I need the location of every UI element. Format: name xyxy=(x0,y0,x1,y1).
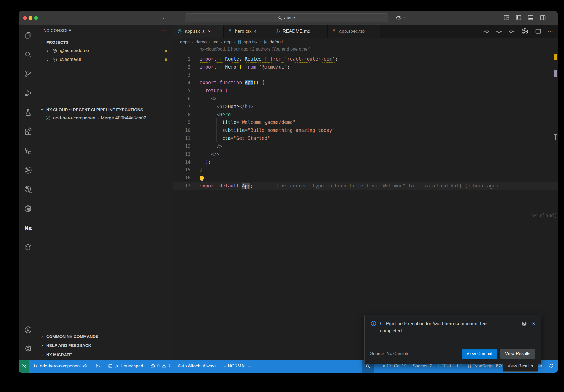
problems-item[interactable]: 0 7 xyxy=(150,364,171,369)
eol-item[interactable]: LF xyxy=(457,364,462,369)
copilot-menu-button[interactable]: › xyxy=(395,14,404,21)
section-help-and-feedback[interactable]: › HELP AND FEEDBACK xyxy=(37,341,173,350)
nx-cloud-inspect-icon[interactable] xyxy=(19,181,37,198)
tab-app-spec-tsx[interactable]: app.spec.tsx xyxy=(328,25,380,38)
tab-hero-tsx[interactable]: hero.tsx 4 xyxy=(224,25,271,38)
code-line-12[interactable]: 12/> xyxy=(173,142,558,150)
chevron-right-icon: › xyxy=(40,352,44,358)
code-line-17[interactable]: 17export default App; fix: correct typo … xyxy=(173,182,558,190)
code-line-4[interactable]: 4export function App() { xyxy=(173,79,558,87)
breadcrumb-item[interactable]: default xyxy=(270,40,283,45)
titlebar: ← → acme › xyxy=(19,11,558,25)
branch-icon xyxy=(33,364,38,369)
indentation-item[interactable]: Spaces: 2 xyxy=(413,364,432,369)
overview-ruler[interactable] xyxy=(553,25,558,360)
indent-guide xyxy=(211,111,211,119)
minimize-window-button[interactable] xyxy=(29,16,32,20)
split-editor-icon[interactable] xyxy=(535,28,541,35)
indent-guide xyxy=(205,111,205,119)
vim-mode-item[interactable]: -- NORMAL -- xyxy=(224,364,251,369)
notification-settings-gear-icon[interactable] xyxy=(521,321,527,327)
indent-guide xyxy=(200,158,200,166)
more-actions-icon[interactable]: ··· xyxy=(547,29,553,34)
code-line-10[interactable]: 10subtitle="Build something amazing toda… xyxy=(173,126,558,134)
encoding-item[interactable]: UTF-8 xyxy=(438,364,451,369)
breadcrumb-item[interactable]: app.tsx xyxy=(243,40,258,45)
toggle-primary-sidebar-icon[interactable] xyxy=(515,14,522,21)
remote-indicator[interactable] xyxy=(19,360,29,373)
code-area[interactable]: 1import { Route, Routes } from 'react-ro… xyxy=(173,55,558,360)
lightbulb-icon[interactable] xyxy=(200,176,204,180)
view-results-button[interactable]: View Results xyxy=(500,349,535,359)
nav-point-icon[interactable] xyxy=(496,28,502,35)
projects-section-header[interactable]: › PROJECTS xyxy=(37,38,173,46)
git-blame-annotation[interactable]: nx-cloud[bot], 1 hour ago | 2 authors (Y… xyxy=(200,47,310,52)
history-back-button[interactable]: ← xyxy=(161,14,169,21)
nav-forward-icon[interactable] xyxy=(508,28,515,35)
nx-projects-icon[interactable] xyxy=(19,143,37,159)
run-debug-icon[interactable] xyxy=(19,85,37,101)
auto-attach-item[interactable]: Auto Attach: Always xyxy=(178,364,217,369)
settings-gear-icon[interactable] xyxy=(19,340,37,357)
history-forward-button[interactable]: → xyxy=(172,14,180,21)
code-line-13[interactable]: 13</> xyxy=(173,150,558,158)
command-center-search[interactable]: acme xyxy=(185,13,388,22)
chevron-right-icon: › xyxy=(40,334,44,339)
zoom-window-button[interactable] xyxy=(34,16,38,20)
container-tools-icon[interactable] xyxy=(19,239,37,255)
code-line-2[interactable]: 2import { Hero } from '@acme/ui'; xyxy=(173,63,558,71)
project-item-acme-demo[interactable]: › @acme/demo xyxy=(37,46,173,55)
tab-readme-md[interactable]: README.md xyxy=(271,25,328,38)
nx-cloud-run-icon[interactable] xyxy=(521,28,529,35)
nx-console-icon[interactable]: N≥ xyxy=(19,220,37,236)
tab-app-tsx[interactable]: app.tsx 3 × xyxy=(173,25,224,38)
cursor-position-item[interactable]: Ln 17, Col 19 xyxy=(380,364,406,369)
customize-layout-icon[interactable] xyxy=(503,14,510,21)
code-line-1[interactable]: 1import { Route, Routes } from 'react-ro… xyxy=(173,55,558,63)
toggle-panel-icon[interactable] xyxy=(527,14,535,21)
close-icon[interactable]: × xyxy=(208,28,211,34)
extensions-icon[interactable] xyxy=(19,123,37,140)
view-commit-button[interactable]: View Commit xyxy=(462,349,497,359)
code-line-16[interactable]: 16 xyxy=(173,174,558,182)
indent-guide xyxy=(216,126,217,134)
more-actions-icon[interactable]: ··· xyxy=(161,28,167,33)
pipeline-label: add-hero-component - Merge 409b44e5cb02.… xyxy=(53,115,150,121)
section-nx-migrate[interactable]: › NX MIGRATE xyxy=(37,350,173,360)
bell-icon xyxy=(548,363,554,369)
code-line-11[interactable]: 11cta="Get Started" xyxy=(173,134,558,142)
search-view-icon[interactable] xyxy=(19,46,37,63)
pipeline-execution-item[interactable]: add-hero-component - Merge 409b44e5cb02.… xyxy=(37,114,173,122)
edge-browser-icon[interactable] xyxy=(19,200,37,217)
explorer-icon[interactable] xyxy=(19,27,37,43)
code-line-7[interactable]: 7<h1>Home</h1> xyxy=(173,103,558,111)
nx-cloud-section-header[interactable]: › NX CLOUD :: RECENT CI PIPELINE EXECUTI… xyxy=(37,105,173,114)
breadcrumb-item[interactable]: src xyxy=(212,40,218,45)
code-line-6[interactable]: 6<> xyxy=(173,95,558,103)
breadcrumb-item[interactable]: demo xyxy=(196,40,207,45)
toggle-secondary-sidebar-icon[interactable] xyxy=(539,14,547,21)
accounts-icon[interactable] xyxy=(19,322,37,338)
close-window-button[interactable] xyxy=(23,16,27,20)
testing-icon[interactable] xyxy=(19,104,37,121)
nx-cloud-ci-icon[interactable] xyxy=(19,162,37,178)
breadcrumb-item[interactable]: apps xyxy=(180,40,190,45)
close-icon[interactable]: × xyxy=(532,321,535,326)
nav-back-icon[interactable] xyxy=(483,28,490,35)
launchpad-item[interactable]: Launchpad xyxy=(108,364,143,369)
language-mode-item[interactable]: {} TypeScript JSX xyxy=(468,364,503,369)
chevron-down-icon: › xyxy=(39,108,45,111)
code-line-5[interactable]: 5return ( xyxy=(173,87,558,95)
code-line-3[interactable]: 3 xyxy=(173,71,558,79)
source-control-icon[interactable] xyxy=(19,66,37,82)
code-line-8[interactable]: 8<Hero xyxy=(173,111,558,119)
code-line-14[interactable]: 14); xyxy=(173,158,558,166)
breadcrumb-item[interactable]: app xyxy=(224,40,232,45)
git-graph-item[interactable] xyxy=(95,364,101,369)
git-branch-item[interactable]: add-hero-component xyxy=(33,363,88,369)
code-line-9[interactable]: 9title="Welcome @acme/demo" xyxy=(173,118,558,126)
notifications-bell-item[interactable] xyxy=(548,363,554,369)
section-common-nx-commands[interactable]: › COMMON NX COMMANDS xyxy=(37,332,173,341)
code-line-15[interactable]: 15} xyxy=(173,166,558,174)
project-item-acme-ui[interactable]: › @acme/ui xyxy=(37,55,173,64)
